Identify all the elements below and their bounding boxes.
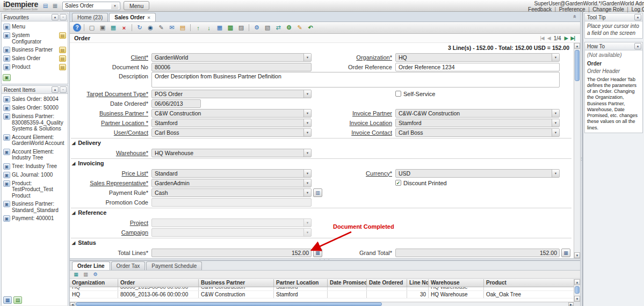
favourite-system-configurator[interactable]: System Configurator: [2, 31, 67, 46]
detail-vertical-scrollbar[interactable]: [574, 279, 580, 302]
recent-item[interactable]: Business Partner: 830085359-4_Quality Sy…: [2, 112, 67, 133]
dropdown-arrow-icon[interactable]: [303, 54, 311, 61]
scroll-up-icon[interactable]: [574, 43, 580, 49]
target-document-type-label[interactable]: Target Document Type*: [71, 91, 151, 97]
target-document-type-field[interactable]: POS Order: [151, 90, 312, 98]
collapse-panel-icon[interactable]: [52, 86, 59, 93]
invoice-location-label[interactable]: Invoice Location: [312, 120, 395, 126]
description-field[interactable]: Order Description from Business Partner …: [151, 72, 560, 88]
new-record-icon[interactable]: [59, 47, 66, 53]
campaign-field[interactable]: [151, 228, 312, 237]
scroll-right-icon[interactable]: [568, 302, 574, 306]
new-record-icon[interactable]: [59, 32, 66, 39]
recent-item[interactable]: Product: TestProduct_Test Product: [2, 179, 67, 200]
discount-printed-checkbox[interactable]: [395, 180, 401, 186]
first-record-button[interactable]: |◀: [540, 35, 544, 41]
price-list-field[interactable]: Standard: [151, 169, 312, 178]
section-delivery[interactable]: Delivery: [71, 138, 571, 147]
close-tab-icon[interactable]: [147, 15, 150, 20]
scroll-down-icon[interactable]: [574, 296, 580, 302]
payment-detail-button[interactable]: [313, 188, 322, 197]
tab-payment-schedule[interactable]: Payment Schedule: [146, 261, 202, 270]
dropdown-arrow-icon[interactable]: [303, 90, 311, 98]
calendar-icon[interactable]: [3, 296, 12, 304]
document-type-field[interactable]: POS Order: [433, 258, 571, 259]
scrollbar-thumb[interactable]: [575, 50, 580, 81]
favourites-drop-icon[interactable]: [3, 74, 11, 81]
process-icon[interactable]: ⚙: [252, 23, 262, 32]
table-row[interactable]: HQ 80006_2013-06-06 00:00:00 C&W Constru…: [70, 287, 574, 291]
document-no-field[interactable]: 80006: [151, 63, 312, 71]
previous-record-button[interactable]: ◀: [547, 35, 551, 41]
order-reference-field[interactable]: Order Reference 1234: [395, 63, 560, 71]
partner-location-label[interactable]: Partner Location *: [71, 120, 151, 126]
recent-item[interactable]: Business Partner: Standard_Standard: [2, 200, 67, 214]
toggle-form-icon[interactable]: ▦: [72, 271, 80, 278]
column-warehouse[interactable]: Warehouse: [429, 279, 484, 287]
recent-item[interactable]: Account Element: Industry Tree: [2, 148, 67, 162]
section-status[interactable]: Status: [71, 238, 571, 247]
dropdown-arrow-icon[interactable]: [303, 170, 311, 177]
recent-item[interactable]: Sales Order: 50000: [2, 104, 67, 112]
collapse-panel-icon[interactable]: [634, 14, 641, 20]
zoom-across-icon[interactable]: ⇄: [273, 23, 283, 32]
recent-item[interactable]: Payment: 400001: [2, 214, 67, 223]
warehouse-label[interactable]: Warehouse*: [71, 150, 151, 156]
sales-representative-label[interactable]: Sales Representative*: [71, 180, 151, 186]
favourites-drop-area[interactable]: [2, 72, 68, 84]
warehouse-field[interactable]: HQ Warehouse: [151, 149, 312, 157]
client-field[interactable]: GardenWorld: [151, 53, 312, 62]
grid-toggle-icon[interactable]: ▦: [215, 23, 225, 32]
column-order[interactable]: Order: [118, 279, 199, 287]
detail-record-icon[interactable]: ↓: [204, 23, 214, 32]
chart-icon[interactable]: [13, 296, 22, 304]
dropdown-arrow-icon[interactable]: [303, 149, 311, 157]
column-partner-location[interactable]: Partner Location: [274, 279, 328, 287]
scrollbar-thumb[interactable]: [575, 286, 580, 294]
dropdown-arrow-icon[interactable]: [552, 110, 559, 117]
recent-item[interactable]: Account Element: GardenWorld Account: [2, 133, 67, 148]
attachment-icon[interactable]: ✎: [156, 23, 166, 32]
dropdown-arrow-icon[interactable]: [303, 179, 311, 187]
scroll-left-icon[interactable]: [70, 302, 75, 306]
document-status-field[interactable]: Completed: [151, 258, 287, 259]
dropdown-arrow-icon[interactable]: [303, 229, 311, 236]
dropdown-arrow-icon[interactable]: [552, 170, 559, 177]
request-icon[interactable]: ▤: [178, 23, 187, 32]
business-partner-label[interactable]: Business Partner *: [71, 110, 151, 116]
tab-order-line[interactable]: Order Line: [72, 261, 110, 270]
favourite-menu[interactable]: Menu: [2, 23, 67, 31]
header-link[interactable]: Change Role: [585, 6, 624, 12]
detail-horizontal-scrollbar[interactable]: [70, 302, 574, 306]
dropdown-arrow-icon[interactable]: [303, 110, 311, 117]
dropdown-arrow-icon[interactable]: [108, 3, 119, 9]
menu-button[interactable]: Menu: [124, 1, 149, 10]
save-record-icon[interactable]: ▦: [108, 23, 118, 32]
invoice-contact-label[interactable]: Invoice Contact: [312, 129, 395, 136]
payment-rule-field[interactable]: Cash: [151, 188, 312, 197]
collapse-east-panel-icon[interactable]: [571, 15, 577, 18]
tab-sales-order[interactable]: Sales Order: [109, 13, 155, 21]
collapse-panel-icon[interactable]: [52, 14, 59, 20]
self-service-field[interactable]: Self-Service: [395, 91, 435, 97]
next-record-button[interactable]: ▶: [565, 35, 568, 41]
currency-field[interactable]: USD: [395, 169, 560, 178]
find-icon[interactable]: ◉: [146, 23, 155, 32]
self-service-checkbox[interactable]: [395, 91, 401, 97]
column-date-promised[interactable]: Date Promised: [328, 279, 367, 287]
column-business-partner[interactable]: Business Partner: [199, 279, 274, 287]
window-icon[interactable]: ▦: [51, 2, 59, 10]
dropdown-arrow-icon[interactable]: [303, 219, 311, 227]
last-record-button[interactable]: ▶|: [571, 35, 575, 41]
customize-icon[interactable]: ✎: [295, 23, 305, 32]
user-contact-field[interactable]: Carl Boss: [151, 128, 312, 137]
collapse-panel-icon[interactable]: [634, 43, 641, 49]
dropdown-arrow-icon[interactable]: [303, 129, 311, 136]
export-lines-icon[interactable]: ▥: [82, 271, 90, 278]
invoice-location-field[interactable]: Stamford: [395, 119, 560, 127]
recent-item[interactable]: Tree: Industry Tree: [2, 162, 67, 171]
new-record-icon[interactable]: [59, 64, 66, 70]
invoice-contact-field[interactable]: Carl Boss: [395, 128, 560, 137]
scroll-up-icon[interactable]: [574, 279, 580, 285]
form-vertical-scrollbar[interactable]: [574, 43, 580, 258]
